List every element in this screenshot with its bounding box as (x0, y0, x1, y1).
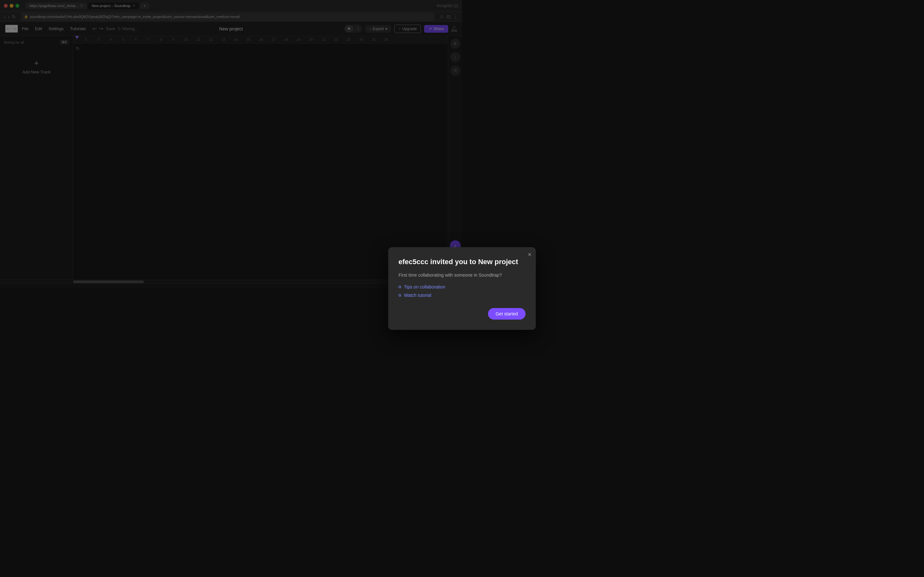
dialog: × efec5ccc invited you to New project Fi… (388, 247, 462, 288)
external-link-icon-1: ⧉ (399, 285, 401, 288)
dialog-subtitle: First time collaborating with someone in… (399, 272, 462, 279)
tips-on-collaboration-link[interactable]: ⧉ Tips on collaboration (399, 284, 462, 288)
dialog-title: efec5ccc invited you to New project (399, 258, 462, 267)
dialog-overlay[interactable]: × efec5ccc invited you to New project Fi… (0, 0, 462, 288)
